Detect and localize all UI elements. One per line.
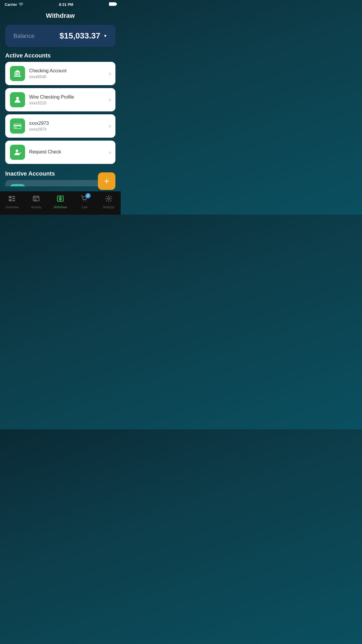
withdraw-icon: [57, 195, 64, 204]
time-label: 8:31 PM: [59, 2, 73, 7]
wifi-icon: [19, 2, 23, 7]
chevron-card: ›: [109, 123, 111, 129]
svg-rect-8: [14, 125, 21, 126]
balance-card[interactable]: Balance $15,033.37 ▼: [5, 25, 115, 47]
main-content: Withdraw Balance $15,033.37 ▼ Active Acc…: [0, 8, 121, 186]
account-info-checking: Checking Account xxxx6540: [29, 68, 105, 79]
account-name-wire: Wire Checking Profile: [29, 94, 105, 100]
nav-item-cart[interactable]: 2 Cart: [76, 195, 93, 209]
account-number-checking: xxxx6540: [29, 74, 105, 79]
add-icon: +: [104, 176, 110, 187]
active-accounts-list: Checking Account xxxx6540 › Wire Checkin…: [0, 62, 121, 164]
account-name-card: xxxx2973: [29, 121, 105, 126]
svg-rect-9: [15, 127, 17, 128]
svg-marker-4: [14, 70, 21, 72]
svg-rect-3: [19, 73, 20, 76]
svg-point-22: [108, 198, 110, 200]
account-number-wire: xxxx3210: [29, 101, 105, 105]
settings-icon: [105, 195, 113, 204]
account-icon-checking: [10, 66, 25, 81]
balance-label: Balance: [13, 33, 34, 39]
account-number-card: xxxx2973: [29, 127, 105, 132]
page-title: Withdraw: [0, 8, 121, 25]
carrier-label: Carrier: [5, 2, 17, 7]
nav-item-overview[interactable]: Overview: [3, 195, 21, 209]
svg-rect-13: [12, 198, 15, 199]
svg-rect-2: [17, 73, 18, 76]
account-item-checking[interactable]: Checking Account xxxx6540 ›: [5, 62, 115, 85]
nav-label-cart: Cart: [81, 205, 87, 209]
svg-rect-14: [9, 199, 12, 201]
svg-rect-15: [12, 200, 15, 201]
account-item-wire[interactable]: Wire Checking Profile xxxx3210 ›: [5, 88, 115, 111]
account-item-request-check[interactable]: Request Check ›: [5, 141, 115, 164]
account-item-card[interactable]: xxxx2973 xxxx2973 ›: [5, 114, 115, 138]
svg-rect-1: [16, 73, 17, 76]
account-info-request-check: Request Check: [29, 149, 105, 155]
nav-item-activity[interactable]: Activity: [27, 195, 45, 209]
svg-rect-5: [14, 76, 21, 77]
chevron-wire: ›: [109, 97, 111, 103]
account-name-request-check: Request Check: [29, 149, 105, 155]
svg-point-21: [85, 201, 86, 202]
nav-item-settings[interactable]: Settings: [100, 195, 117, 209]
svg-rect-0: [15, 73, 15, 76]
chevron-request-check: ›: [109, 149, 111, 155]
svg-point-10: [16, 150, 18, 152]
nav-label-activity: Activity: [31, 205, 41, 209]
status-bar: Carrier 8:31 PM: [0, 0, 121, 8]
svg-point-6: [16, 97, 19, 100]
balance-dropdown-icon[interactable]: ▼: [103, 34, 107, 38]
battery-icon: [109, 2, 116, 6]
account-icon-inactive: 2: [10, 184, 25, 186]
account-icon-request-check: [10, 145, 25, 160]
balance-amount: $15,033.37: [59, 31, 100, 41]
account-icon-wire: [10, 92, 25, 107]
activity-icon: [32, 195, 40, 204]
bottom-nav: Overview Activity Withdraw: [0, 191, 121, 215]
svg-rect-12: [12, 196, 15, 197]
cart-badge: 2: [85, 193, 91, 198]
account-icon-card: [10, 118, 25, 134]
add-button[interactable]: +: [98, 172, 115, 190]
account-info-wire: Wire Checking Profile xxxx3210: [29, 94, 105, 105]
account-name-checking: Checking Account: [29, 68, 105, 74]
overview-icon: [8, 195, 16, 204]
nav-label-overview: Overview: [5, 205, 19, 209]
account-info-card: xxxx2973 xxxx2973: [29, 121, 105, 132]
nav-item-withdraw[interactable]: Withdraw: [52, 195, 69, 209]
nav-label-withdraw: Withdraw: [54, 205, 67, 209]
chevron-checking: ›: [109, 71, 111, 77]
svg-rect-11: [9, 196, 12, 198]
svg-point-20: [83, 201, 84, 202]
active-accounts-header: Active Accounts: [0, 47, 121, 62]
nav-label-settings: Settings: [103, 205, 115, 209]
